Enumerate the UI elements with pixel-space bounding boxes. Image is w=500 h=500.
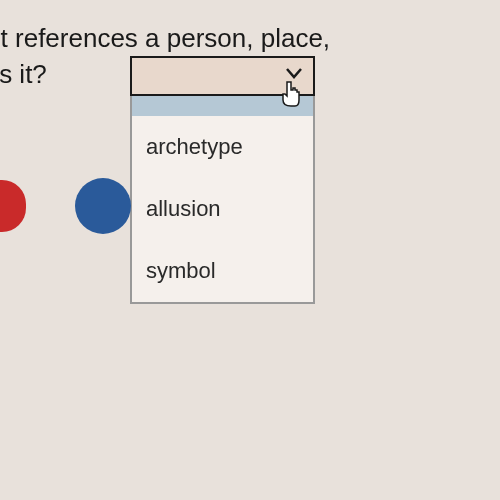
- dropdown-option-archetype[interactable]: archetype: [132, 116, 313, 178]
- chevron-down-icon: [285, 66, 303, 84]
- dropdown-container: archetype allusion symbol: [130, 56, 315, 304]
- dropdown-option-blank[interactable]: [132, 96, 313, 116]
- dropdown-list: archetype allusion symbol: [130, 96, 315, 304]
- dropdown-select[interactable]: [130, 56, 315, 96]
- dropdown-option-symbol[interactable]: symbol: [132, 240, 313, 302]
- question-line-1: ment references a person, place,: [0, 20, 500, 56]
- reset-button[interactable]: et: [0, 180, 26, 232]
- next-button[interactable]: [75, 178, 131, 234]
- dropdown-option-allusion[interactable]: allusion: [132, 178, 313, 240]
